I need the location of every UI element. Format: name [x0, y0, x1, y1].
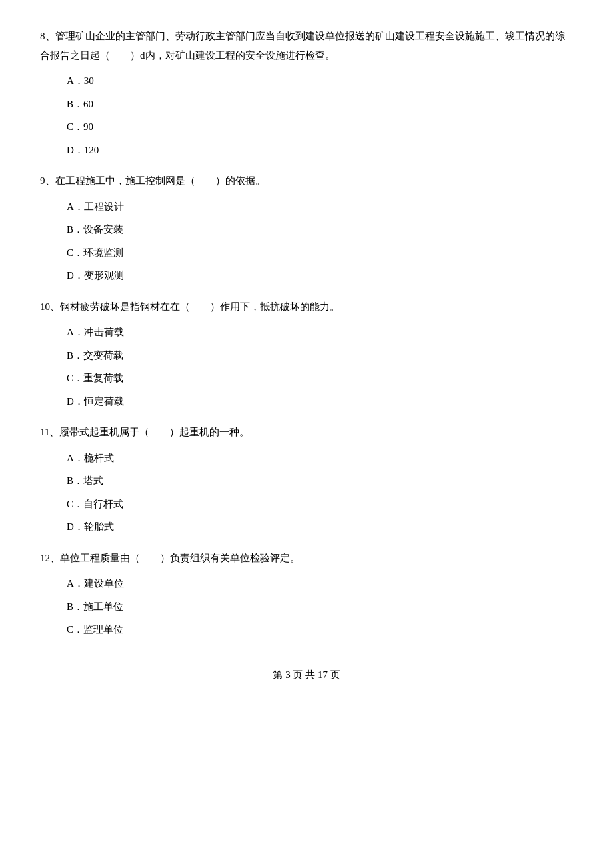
- list-item: B．施工单位: [67, 597, 573, 617]
- exam-content: 8、管理矿山企业的主管部门、劳动行政主管部门应当自收到建设单位报送的矿山建设工程…: [40, 27, 573, 639]
- question-12-text: 12、单位工程质量由（ ）负责组织有关单位检验评定。: [40, 549, 573, 568]
- list-item: A．工程设计: [67, 197, 573, 217]
- question-9-options: A．工程设计 B．设备安装 C．环境监测 D．变形观测: [67, 197, 573, 285]
- list-item: B．塔式: [67, 471, 573, 491]
- page-number: 第 3 页 共 17 页: [273, 669, 340, 680]
- question-10-text: 10、钢材疲劳破坏是指钢材在在（ ）作用下，抵抗破坏的能力。: [40, 297, 573, 317]
- list-item: C．自行杆式: [67, 495, 573, 514]
- question-11: 11、履带式起重机属于（ ）起重机的一种。 A．桅杆式 B．塔式 C．自行杆式 …: [40, 423, 573, 537]
- question-9: 9、在工程施工中，施工控制网是（ ）的依据。 A．工程设计 B．设备安装 C．环…: [40, 171, 573, 285]
- list-item: D．120: [67, 141, 573, 160]
- page-footer: 第 3 页 共 17 页: [40, 666, 573, 684]
- question-10-options: A．冲击荷载 B．交变荷载 C．重复荷载 D．恒定荷载: [67, 323, 573, 411]
- question-8-text: 8、管理矿山企业的主管部门、劳动行政主管部门应当自收到建设单位报送的矿山建设工程…: [40, 27, 573, 65]
- list-item: A．建设单位: [67, 574, 573, 593]
- list-item: C．重复荷载: [67, 369, 573, 388]
- question-12: 12、单位工程质量由（ ）负责组织有关单位检验评定。 A．建设单位 B．施工单位…: [40, 549, 573, 639]
- list-item: B．设备安装: [67, 220, 573, 239]
- question-12-options: A．建设单位 B．施工单位 C．监理单位: [67, 574, 573, 639]
- list-item: C．环境监测: [67, 243, 573, 263]
- list-item: D．轮胎式: [67, 517, 573, 537]
- question-11-options: A．桅杆式 B．塔式 C．自行杆式 D．轮胎式: [67, 449, 573, 537]
- list-item: C．监理单位: [67, 620, 573, 639]
- list-item: A．桅杆式: [67, 449, 573, 468]
- question-9-text: 9、在工程施工中，施工控制网是（ ）的依据。: [40, 171, 573, 191]
- list-item: A．冲击荷载: [67, 323, 573, 342]
- list-item: C．90: [67, 117, 573, 137]
- question-10: 10、钢材疲劳破坏是指钢材在在（ ）作用下，抵抗破坏的能力。 A．冲击荷载 B．…: [40, 297, 573, 411]
- list-item: A．30: [67, 71, 573, 91]
- list-item: D．变形观测: [67, 266, 573, 285]
- list-item: D．恒定荷载: [67, 392, 573, 411]
- question-8-options: A．30 B．60 C．90 D．120: [67, 71, 573, 159]
- question-11-text: 11、履带式起重机属于（ ）起重机的一种。: [40, 423, 573, 442]
- list-item: B．交变荷载: [67, 346, 573, 365]
- list-item: B．60: [67, 95, 573, 114]
- question-8: 8、管理矿山企业的主管部门、劳动行政主管部门应当自收到建设单位报送的矿山建设工程…: [40, 27, 573, 159]
